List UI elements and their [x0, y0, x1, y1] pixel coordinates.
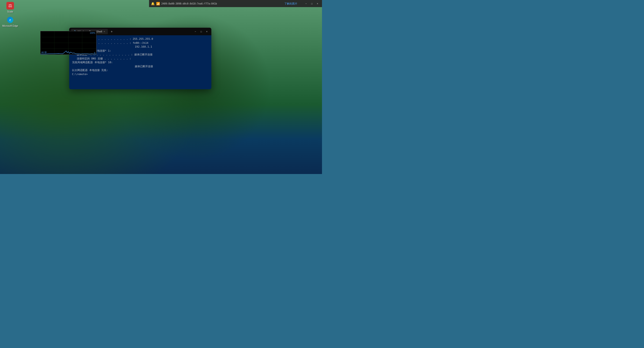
exp-nav-home[interactable]: 🏠 主文件夹: [1, 98, 37, 104]
utilization-label: % 利用率: [88, 16, 96, 19]
exp-nav-onedrive[interactable]: ▶ ☁ OneDrive: [1, 110, 37, 115]
exp-nav-videos[interactable]: 🎬 视频 📌: [1, 143, 37, 149]
ps-line-8: 连接特定的 DNS 后缀 . . . . . . . . :: [72, 57, 208, 61]
exp-nav-gallery[interactable]: 🖼 图库: [1, 104, 37, 109]
powershell-tab-close[interactable]: ×: [104, 30, 105, 33]
exp-nav-home-label: 主文件夹: [8, 99, 18, 103]
exp-nav-pictures[interactable]: 🖼 图片 📌: [1, 132, 37, 137]
tm-cpu-name: AMD Ryzen 7 PRO 4750G with Radeon Graphi…: [40, 20, 78, 25]
exp-address-text: 文档: [37, 83, 42, 87]
ps-minimize-btn[interactable]: −: [193, 29, 198, 34]
exp-nav-downloads[interactable]: ⬇ 下载 📌: [1, 120, 37, 126]
exp-rename-btn[interactable]: ✏: [28, 90, 33, 96]
exp-share-btn[interactable]: ↗: [33, 90, 38, 96]
col-date: 修改日期: [71, 98, 91, 102]
exp-nav-pane: 🏠 主文件夹 🖼 图库 ▶ ☁ OneDrive 🖥 桌面 📌: [0, 97, 38, 154]
exp-nav-thispc[interactable]: ▶ 💻 此电脑: [1, 149, 37, 154]
col-size: 大小: [114, 98, 124, 102]
tm-sidebar-app[interactable]: ⊙: [2, 33, 8, 39]
powershell-new-tab[interactable]: +: [111, 29, 112, 33]
exp-list-view-btn[interactable]: ≡: [129, 154, 136, 154]
exp-title: 文档: [7, 75, 13, 79]
tm-menu-more[interactable]: ⋯: [94, 9, 96, 12]
exp-sort-btn[interactable]: 排序 ▾: [105, 90, 114, 96]
exp-forward-btn[interactable]: →: [9, 82, 15, 88]
cpu-graph-svg: [40, 31, 96, 54]
exp-back-btn[interactable]: ←: [2, 82, 8, 88]
thispc-expand-icon: ▶: [3, 151, 5, 153]
exp-nav-music[interactable]: 🎵 音乐 📌: [1, 138, 37, 143]
downloads-icon: ⬇: [3, 122, 5, 125]
tm-stat-utilization: 利用率 1%: [40, 56, 47, 61]
exp-main-area: 名称 修改日期 类型 大小 此文件夹为空。: [38, 97, 126, 154]
notif-minimize-btn[interactable]: −: [304, 1, 309, 6]
exp-nav-videos-label: 视频: [8, 144, 13, 148]
tm-perf-disk1[interactable]: 磁盘 1 (D:) 可移动 (USB) 0%: [10, 45, 38, 56]
tm-maximize-btn[interactable]: □: [86, 1, 91, 6]
exp-details-btn[interactable]: 详细信息: [130, 90, 143, 96]
tm-stat-threads: 线程 2501: [46, 70, 52, 73]
exp-refresh-btn[interactable]: ↻: [23, 82, 30, 88]
ps-line-15: C:\remote>: [72, 72, 208, 76]
svg-text:e: e: [9, 18, 11, 22]
exp-nav-music-label: 音乐: [8, 138, 13, 142]
exp-grid-view-btn[interactable]: ⊞: [136, 154, 143, 154]
exp-up-btn[interactable]: ↑: [16, 82, 22, 88]
exp-titlebar-icon: 📁: [2, 75, 6, 79]
exp-copy-btn[interactable]: ⎘: [17, 90, 21, 96]
ps-line-12: 媒体已断开连接: [72, 65, 208, 69]
onedrive-icon: ☁: [7, 111, 9, 114]
disk0-mini-graph: [26, 36, 33, 42]
exp-nav-gallery-label: 图库: [7, 105, 12, 108]
exp-cut-btn[interactable]: ✂: [12, 90, 16, 96]
tm-sidebar-settings[interactable]: ⚙: [2, 68, 8, 73]
exp-delete-btn[interactable]: 🗑: [38, 90, 44, 96]
tm-cpu-title: CPU: [40, 16, 78, 20]
exp-nav-downloads-label: 下载: [6, 121, 12, 125]
notif-maximize-btn[interactable]: □: [309, 1, 314, 6]
exp-ribbon: 新建 ▾ ✂ ⎘ 📋 ✏ ↗ 🗑 排序 ▾ 查看 ▾ ⋯ 详细信息: [0, 89, 144, 97]
utilization-value: 1%: [78, 19, 85, 25]
tm-minimize-btn[interactable]: −: [80, 1, 85, 6]
tm-perf-ethernet[interactable]: 以太网 以太网 2 发送: 0 接收: 0 Kbps: [10, 56, 38, 71]
top-notification-bar: 🔔 📶 2409:8a00:3098:d0c0:8d18:7ea6:f77a:8…: [149, 0, 322, 7]
tm-sidebar-details[interactable]: ☰: [2, 59, 8, 65]
notif-close-btn[interactable]: ×: [315, 1, 320, 6]
exp-new-btn[interactable]: 新建 ▾: [2, 90, 11, 96]
exp-main-content: 此文件夹为空。: [38, 103, 126, 154]
pin-icon-videos: 📌: [14, 145, 17, 147]
tm-stat-freq: 速度 3.50 GHz: [48, 56, 60, 61]
exp-nav-desktop[interactable]: 🖥 桌面 📌: [1, 115, 37, 120]
col-name: 名称: [40, 98, 69, 102]
ps-line-14: 以太网适配器 本地连接 无线:: [72, 68, 208, 72]
scale-icon: ⚖: [6, 2, 14, 9]
tm-perf-wifi[interactable]: Wi-Fi WLAN 发送: 0 接收: 0 Kbps: [10, 71, 38, 73]
tm-perf-disk0[interactable]: 磁盘 0 (C:) SSD (NVMe) 0%: [10, 34, 38, 45]
exp-more-btn[interactable]: ⋯: [125, 90, 130, 96]
exp-nav-pictures-label: 图片: [7, 133, 12, 136]
scale-icon-label: Scale: [7, 10, 13, 13]
notification-hash: 2409:8a00:3098:d0c0:8d18:7ea6:f77a:841b: [161, 2, 217, 5]
exp-view-buttons: ≡ ⊞: [129, 154, 143, 154]
exp-view-btn[interactable]: 查看 ▾: [115, 90, 124, 96]
edge-icon-label: Microsoft Edge: [2, 25, 18, 27]
tm-close-btn[interactable]: ×: [91, 1, 96, 6]
graph-max-label: 100%: [90, 32, 95, 34]
exp-paste-btn[interactable]: 📋: [22, 90, 28, 96]
desktop-icon-scale[interactable]: ⚖ Scale: [2, 2, 18, 13]
onedrive-expand-icon: ▶: [3, 111, 5, 113]
music-icon: 🎵: [3, 139, 6, 142]
tm-stat-processes: 进程 174: [40, 70, 44, 73]
notification-learn-link[interactable]: 了解此图片: [284, 2, 297, 5]
pin-icon-pictures: 📌: [14, 133, 16, 136]
exp-nav-documents[interactable]: 📄 文档 📌: [1, 126, 37, 132]
tm-sidebar-startup[interactable]: ↺: [2, 42, 8, 47]
ps-close-btn[interactable]: ×: [204, 29, 210, 34]
exp-detail-panel: 详细信息: [126, 97, 144, 154]
desktop-icon-edge[interactable]: e Microsoft Edge: [2, 16, 18, 27]
tm-stat-handles: 句柄 76330: [54, 70, 62, 73]
eth-mini-graph: [29, 61, 36, 66]
ps-maximize-btn[interactable]: □: [198, 29, 204, 34]
thispc-icon: 💻: [7, 150, 10, 153]
tm-sidebar-users[interactable]: 👤: [2, 50, 8, 56]
